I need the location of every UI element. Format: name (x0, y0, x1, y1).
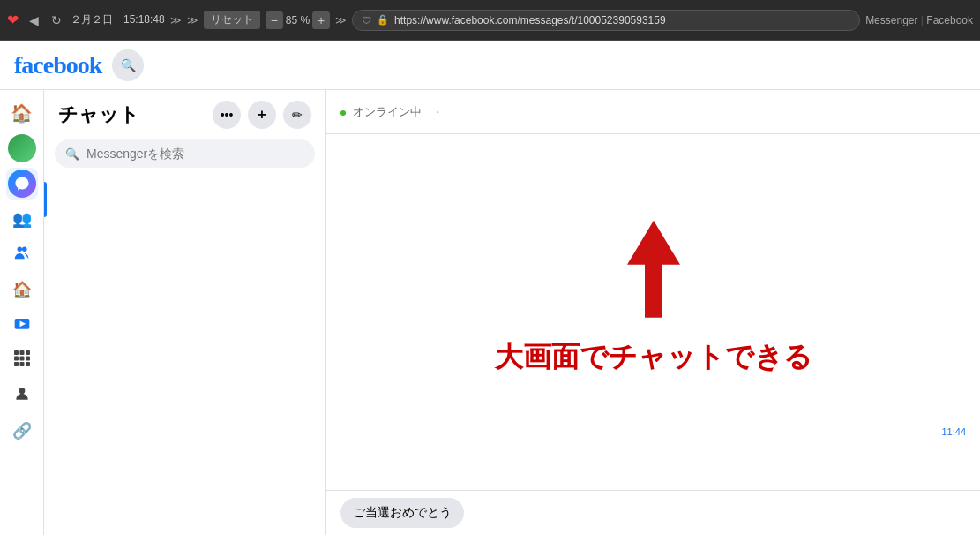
apps-icon (14, 350, 30, 370)
profile-avatar (8, 134, 36, 162)
chat-panel-title: チャット (58, 102, 139, 128)
svg-rect-11 (19, 362, 24, 366)
nav-item-profile[interactable] (6, 132, 38, 164)
browser-controls: ◀ ↻ (26, 11, 65, 29)
header-search-button[interactable]: 🔍 (112, 49, 144, 81)
toolbar-icon-2: ≫ (187, 14, 198, 26)
chat-search-icon: 🔍 (65, 147, 79, 161)
home-icon: 🏠 (11, 102, 33, 124)
left-nav: 🏠 👥 (0, 90, 44, 535)
url-text: https://www.facebook.com/messages/t/1000… (394, 14, 666, 26)
chat-panel-actions: ••• + ✏ (213, 101, 311, 129)
nav-item-home[interactable]: 🏠 (6, 97, 38, 129)
more-options-dot: · (436, 104, 439, 120)
svg-point-13 (19, 388, 25, 394)
zoom-minus-button[interactable]: − (266, 11, 283, 29)
chat-panel: チャット ••• + ✏ 🔍 (44, 90, 326, 535)
tab-facebook: Facebook (926, 14, 973, 26)
browser-chrome: ❤ ◀ ↻ ２月２日 15:18:48 ≫ ≫ リセット − 85 % + ≫ … (0, 0, 980, 41)
svg-rect-9 (26, 357, 30, 361)
svg-point-0 (17, 246, 22, 252)
zoom-plus-button[interactable]: + (312, 11, 330, 29)
message-area: オンライン中 · 大画面でチャットできる 11:44 (326, 90, 980, 535)
svg-rect-7 (14, 357, 19, 361)
chat-panel-header: チャット ••• + ✏ (44, 90, 325, 136)
svg-marker-14 (627, 220, 680, 317)
date-time: ２月２日 15:18:48 (71, 12, 165, 27)
new-group-button[interactable]: + (248, 101, 276, 129)
people-icon (13, 385, 31, 407)
svg-rect-6 (26, 350, 30, 355)
tab-messenger: Messenger (865, 14, 917, 26)
friends-icon: 👥 (12, 209, 32, 229)
nav-item-people[interactable] (6, 380, 38, 411)
svg-rect-12 (26, 362, 30, 366)
message-input-area: ご当選おめでとう (326, 490, 980, 535)
message-header: オンライン中 · (326, 90, 980, 134)
compose-button[interactable]: ✏ (283, 101, 311, 129)
messenger-icon (8, 170, 36, 198)
chat-search-box[interactable]: 🔍 (55, 139, 315, 168)
big-text-annotation: 大画面でチャットできる (495, 337, 812, 376)
zoom-controls: − 85 % + (266, 11, 330, 29)
active-indicator (44, 182, 47, 217)
svg-point-1 (22, 246, 27, 252)
more-options-button[interactable]: ••• (213, 101, 241, 129)
fb-header: facebook 🔍 (0, 41, 980, 90)
message-timestamp: 11:44 (941, 426, 966, 437)
facebook-logo: facebook (14, 51, 101, 79)
red-arrow-svg (618, 215, 689, 321)
browser-icon: ❤ (7, 11, 19, 28)
more-dots-icon: ••• (221, 108, 234, 122)
groups-icon (12, 243, 32, 267)
address-bar[interactable]: 🛡 🔒 https://www.facebook.com/messages/t/… (352, 10, 860, 31)
lock-icon: 🛡 (362, 15, 371, 26)
nav-item-messenger[interactable] (6, 168, 38, 200)
nav-item-watch[interactable] (6, 309, 38, 341)
online-dot (340, 110, 346, 116)
zoom-reset-button[interactable]: リセット (204, 11, 260, 29)
nav-item-marketplace[interactable]: 🏠 (6, 274, 38, 305)
facebook-page: facebook 🔍 🏠 (0, 41, 980, 535)
nav-item-groups[interactable] (6, 238, 38, 270)
new-group-icon: + (258, 107, 266, 123)
svg-rect-10 (14, 362, 19, 366)
lock-padlock-icon: 🔒 (377, 14, 389, 26)
red-arrow-wrapper (618, 215, 689, 321)
toolbar-icon-1: ≫ (170, 14, 182, 26)
nav-item-friends[interactable]: 👥 (6, 203, 38, 235)
marketplace-icon: 🏠 (12, 280, 32, 299)
toolbar-icon-3: ≫ (335, 14, 347, 26)
nav-item-link[interactable]: 🔗 (6, 415, 38, 447)
nav-item-apps[interactable] (6, 344, 38, 376)
fb-main: 🏠 👥 (0, 90, 980, 535)
online-status: オンライン中 (340, 104, 422, 120)
compose-icon: ✏ (292, 108, 303, 122)
message-content: 大画面でチャットできる 11:44 (326, 134, 980, 490)
search-icon: 🔍 (121, 58, 136, 72)
annotation-container: 大画面でチャットできる (495, 215, 812, 376)
svg-rect-8 (19, 357, 24, 361)
back-button[interactable]: ◀ (26, 11, 42, 29)
refresh-button[interactable]: ↻ (48, 11, 65, 29)
svg-rect-5 (19, 350, 24, 355)
congrats-button[interactable]: ご当選おめでとう (340, 498, 464, 528)
zoom-level: 85 % (286, 14, 310, 26)
watch-icon (13, 314, 31, 336)
svg-rect-4 (14, 350, 19, 355)
link-icon: 🔗 (12, 421, 32, 441)
chat-search-input[interactable] (86, 147, 304, 161)
tab-info: Messenger | Facebook (865, 14, 973, 26)
